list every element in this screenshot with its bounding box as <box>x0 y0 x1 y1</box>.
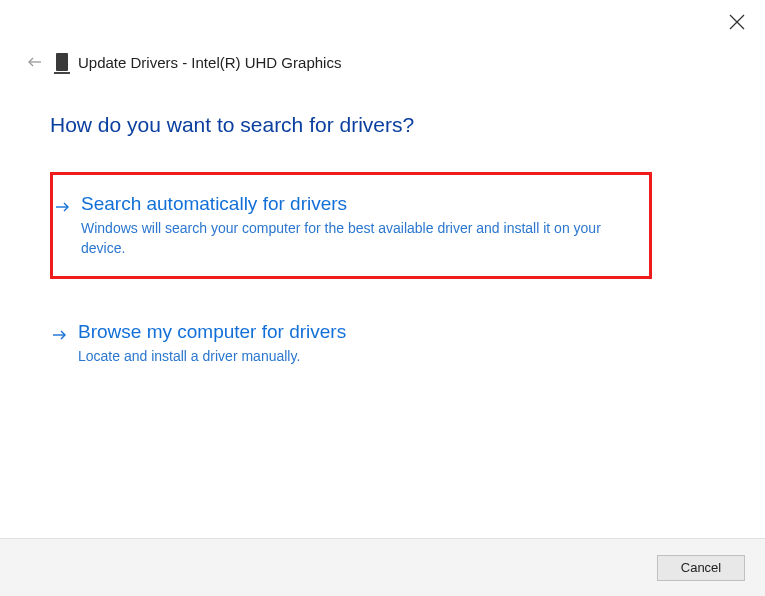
dialog-title: Update Drivers - Intel(R) UHD Graphics <box>78 54 341 71</box>
option-title: Search automatically for drivers <box>81 193 629 215</box>
option-subtitle: Windows will search your computer for th… <box>81 219 629 258</box>
options-list: Search automatically for drivers Windows… <box>50 172 652 385</box>
arrow-right-icon <box>55 199 71 215</box>
option-search-automatically[interactable]: Search automatically for drivers Windows… <box>50 172 652 279</box>
update-drivers-dialog: Update Drivers - Intel(R) UHD Graphics H… <box>0 0 765 596</box>
close-button[interactable] <box>729 14 745 30</box>
option-browse-computer[interactable]: Browse my computer for drivers Locate an… <box>50 303 652 385</box>
dialog-footer: Cancel <box>0 538 765 596</box>
options-spacer <box>50 279 652 303</box>
arrow-right-icon <box>52 327 68 343</box>
option-title: Browse my computer for drivers <box>78 321 632 343</box>
device-icon <box>56 53 68 71</box>
option-subtitle: Locate and install a driver manually. <box>78 347 632 367</box>
dialog-header: Update Drivers - Intel(R) UHD Graphics <box>26 49 745 75</box>
back-arrow-icon <box>27 54 43 70</box>
page-heading: How do you want to search for drivers? <box>50 113 414 137</box>
close-icon <box>729 14 745 30</box>
back-button[interactable] <box>26 53 44 71</box>
cancel-button[interactable]: Cancel <box>657 555 745 581</box>
